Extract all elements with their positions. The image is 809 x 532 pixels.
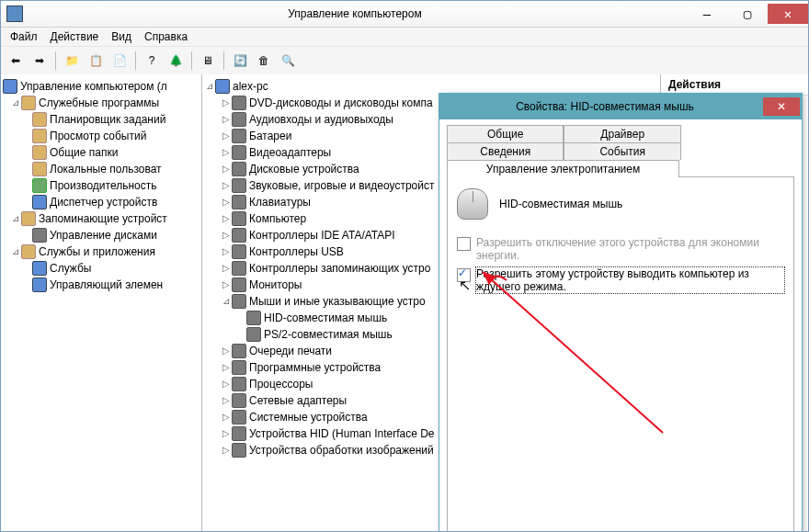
device-item[interactable]: HID-совместимая мышь (264, 310, 387, 326)
maximize-button[interactable]: ▢ (727, 4, 768, 24)
mouse-icon (246, 311, 261, 325)
expand-icon[interactable]: ▷ (221, 194, 232, 210)
device-category[interactable]: Контроллеры USB (249, 243, 344, 260)
close-button[interactable]: ✕ (768, 4, 808, 24)
category-icon (232, 129, 246, 143)
device-category[interactable]: Аудиовходы и аудиовыходы (249, 111, 393, 128)
device-category[interactable]: Сетевые адаптеры (249, 392, 347, 409)
expand-icon[interactable]: ▷ (221, 128, 232, 144)
expand-icon[interactable]: ▷ (221, 425, 232, 442)
expand-icon[interactable]: ▷ (221, 260, 232, 277)
expand-icon[interactable]: ▷ (221, 227, 232, 243)
item-icon (32, 261, 47, 276)
forward-icon[interactable]: ➡ (28, 50, 51, 72)
back-icon[interactable]: ⬅ (5, 50, 27, 72)
allow-wake-checkbox[interactable] (457, 268, 471, 282)
collapse-icon[interactable]: ⊿ (204, 78, 215, 95)
device-category[interactable]: Клавиатуры (249, 194, 311, 210)
expand-icon[interactable]: ▷ (221, 392, 232, 409)
expand-icon[interactable]: ▷ (221, 343, 232, 359)
tree-item[interactable]: Локальные пользоват (50, 161, 162, 177)
allow-wake-label[interactable]: Разрешить этому устройству выводить комп… (476, 267, 784, 293)
folder-icon[interactable]: 📁 (61, 50, 83, 72)
pc-node[interactable]: alex-pc (233, 78, 268, 95)
allow-wake-row: Разрешить этому устройству выводить комп… (457, 267, 784, 293)
tree-item[interactable]: Производительность (50, 177, 156, 194)
remove-icon[interactable]: 🗑 (253, 50, 275, 72)
expand-icon[interactable]: ▷ (221, 277, 232, 293)
device-category[interactable]: Программные устройства (249, 359, 381, 376)
list-icon[interactable]: 📋 (85, 50, 107, 72)
menu-file[interactable]: Файл (10, 30, 38, 43)
tree-item[interactable]: Общие папки (50, 144, 118, 161)
tree-icon[interactable]: 🌲 (165, 50, 187, 72)
tree-item[interactable]: Управление дисками (50, 227, 157, 243)
tree-item[interactable]: Диспетчер устройств (50, 194, 157, 210)
tab-general[interactable]: Общие (447, 125, 564, 142)
mice-category[interactable]: Мыши и иные указывающие устро (249, 293, 426, 310)
expand-icon[interactable]: ▷ (221, 243, 232, 260)
menu-help[interactable]: Справка (144, 30, 188, 43)
tree-group[interactable]: Службы и приложения (39, 243, 155, 260)
details-icon[interactable]: 📄 (108, 50, 131, 72)
device-item[interactable]: PS/2-совместимая мышь (264, 326, 393, 343)
item-icon (32, 195, 47, 209)
tree-group[interactable]: Служебные программы (39, 95, 159, 111)
expand-icon[interactable]: ▷ (221, 161, 232, 177)
computer-icon[interactable]: 🖥 (197, 50, 219, 72)
device-category[interactable]: Очереди печати (249, 343, 332, 359)
help-icon[interactable]: ? (141, 50, 163, 72)
category-icon (232, 410, 246, 424)
expand-icon[interactable]: ▷ (221, 376, 232, 392)
device-name: HID-совместимая мышь (499, 198, 622, 210)
expand-icon[interactable]: ▷ (221, 210, 232, 227)
tab-details[interactable]: Сведения (447, 142, 564, 160)
folder-icon (21, 244, 36, 259)
device-category[interactable]: Процессоры (249, 376, 313, 392)
device-category[interactable]: Устройства обработки изображений (249, 442, 434, 458)
category-icon (232, 377, 246, 391)
expand-icon[interactable]: ▷ (221, 95, 232, 111)
expand-icon[interactable]: ▷ (221, 409, 232, 425)
tree-item[interactable]: Службы (50, 260, 91, 277)
minimize-button[interactable]: — (687, 4, 727, 24)
refresh-icon[interactable]: 🔄 (229, 50, 251, 72)
device-category[interactable]: Мониторы (249, 277, 302, 293)
device-category[interactable]: Видеоадаптеры (249, 144, 331, 161)
device-category[interactable]: Дисковые устройства (249, 161, 359, 177)
expand-icon[interactable]: ▷ (221, 359, 232, 376)
tree-group[interactable]: Запоминающие устройст (39, 210, 167, 227)
window-title: Управление компьютером (23, 7, 687, 20)
device-category[interactable]: Контроллеры запоминающих устро (249, 260, 430, 277)
console-tree[interactable]: Управление компьютером (л ⊿Служебные про… (1, 78, 201, 293)
device-category[interactable]: Компьютер (249, 210, 306, 227)
expand-icon[interactable]: ▷ (221, 177, 232, 194)
category-icon (232, 162, 246, 176)
dialog-close-button[interactable]: ✕ (763, 97, 800, 116)
scan-icon[interactable]: 🔍 (277, 50, 299, 72)
tree-item[interactable]: Управляющий элемен (50, 277, 163, 293)
expand-icon[interactable]: ▷ (221, 442, 232, 458)
device-category[interactable]: Устройства HID (Human Interface De (249, 425, 435, 442)
tree-item[interactable]: Просмотр событий (50, 128, 146, 144)
expand-icon[interactable]: ▷ (221, 144, 232, 161)
expand-icon[interactable]: ▷ (221, 111, 232, 128)
device-category[interactable]: Системные устройства (249, 409, 368, 425)
tree-root[interactable]: Управление компьютером (л (20, 78, 167, 95)
menu-view[interactable]: Вид (111, 30, 131, 43)
tab-events[interactable]: События (564, 142, 680, 160)
tree-item[interactable]: Планировщик заданий (50, 111, 165, 128)
collapse-icon[interactable]: ⊿ (10, 210, 21, 227)
collapse-icon[interactable]: ⊿ (10, 95, 21, 111)
collapse-icon[interactable]: ⊿ (221, 293, 232, 310)
device-category[interactable]: DVD-дисководы и дисководы компа (249, 95, 433, 111)
menu-action[interactable]: Действие (51, 30, 99, 43)
window-controls: — ▢ ✕ (687, 4, 808, 24)
tab-power-management[interactable]: Управление электропитанием (447, 160, 679, 177)
device-category[interactable]: Контроллеры IDE ATA/ATAPI (249, 227, 395, 243)
device-category[interactable]: Батареи (249, 128, 291, 144)
category-icon (232, 360, 246, 375)
device-category[interactable]: Звуковые, игровые и видеоустройст (249, 177, 434, 194)
collapse-icon[interactable]: ⊿ (10, 243, 21, 260)
tab-driver[interactable]: Драйвер (564, 125, 680, 142)
